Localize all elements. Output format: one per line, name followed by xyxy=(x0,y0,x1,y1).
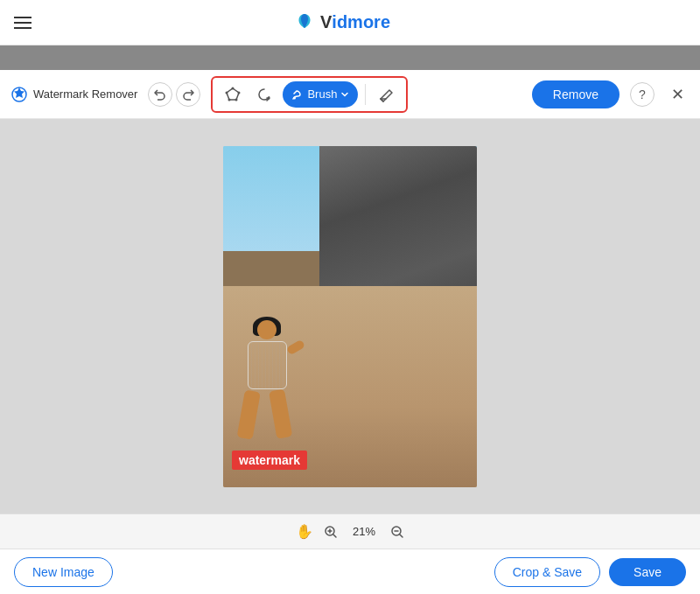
person xyxy=(245,320,289,439)
pan-tool-button[interactable]: ✋ xyxy=(296,523,313,540)
save-button[interactable]: Save xyxy=(609,558,686,586)
action-bar: New Image Crop & Save Save xyxy=(0,549,700,594)
close-button[interactable]: ✕ xyxy=(665,82,690,107)
svg-marker-1 xyxy=(227,88,239,100)
watermark-text: watermark xyxy=(232,451,307,470)
new-image-button[interactable]: New Image xyxy=(14,557,113,587)
zoom-in-button[interactable] xyxy=(324,525,338,539)
zoom-out-button[interactable] xyxy=(390,525,404,539)
svg-point-5 xyxy=(228,98,231,101)
undo-redo-group xyxy=(148,82,200,107)
status-bar: ✋ 21% xyxy=(0,514,700,549)
person-body xyxy=(248,341,287,389)
canvas-area: watermark xyxy=(0,119,700,514)
hamburger-menu[interactable] xyxy=(14,17,32,29)
zoom-in-icon xyxy=(324,525,338,539)
polygon-tool-button[interactable] xyxy=(220,81,246,108)
brush-tool-button[interactable]: Brush xyxy=(283,81,358,108)
svg-point-2 xyxy=(232,87,234,89)
help-button[interactable]: ? xyxy=(630,82,654,107)
tool-divider xyxy=(365,84,366,105)
watermark-remover-text: Watermark Remover xyxy=(33,87,137,101)
title-bar: Vidmore xyxy=(0,0,700,45)
brush-label: Brush xyxy=(307,87,337,101)
photo-display: watermark xyxy=(223,146,477,487)
undo-button[interactable] xyxy=(148,82,172,107)
image-container: watermark xyxy=(223,146,477,487)
zoom-out-icon xyxy=(390,525,404,539)
crop-save-button[interactable]: Crop & Save xyxy=(494,557,600,587)
person-head xyxy=(257,320,276,339)
person-legs xyxy=(245,391,289,439)
remove-button[interactable]: Remove xyxy=(532,80,620,108)
action-right: Crop & Save Save xyxy=(494,557,686,587)
title-bar-left xyxy=(14,17,32,29)
toolbar: Watermark Remover xyxy=(0,70,700,119)
brush-dropdown-icon xyxy=(340,90,349,99)
gray-bar xyxy=(0,45,700,70)
svg-point-4 xyxy=(235,98,238,101)
logo-area: Vidmore xyxy=(292,10,390,35)
eraser-tool-button[interactable] xyxy=(373,81,399,108)
svg-point-3 xyxy=(238,91,241,94)
logo-text: Vidmore xyxy=(320,12,390,32)
watermark-remover-icon xyxy=(10,86,28,103)
logo-icon xyxy=(292,10,317,35)
svg-point-7 xyxy=(293,96,296,99)
lasso-tool-button[interactable] xyxy=(251,81,277,108)
tool-group: Brush xyxy=(211,76,408,113)
svg-point-6 xyxy=(226,91,228,94)
watermark-remover-label: Watermark Remover xyxy=(10,86,137,103)
redo-button[interactable] xyxy=(176,82,200,107)
zoom-level: 21% xyxy=(348,525,380,538)
